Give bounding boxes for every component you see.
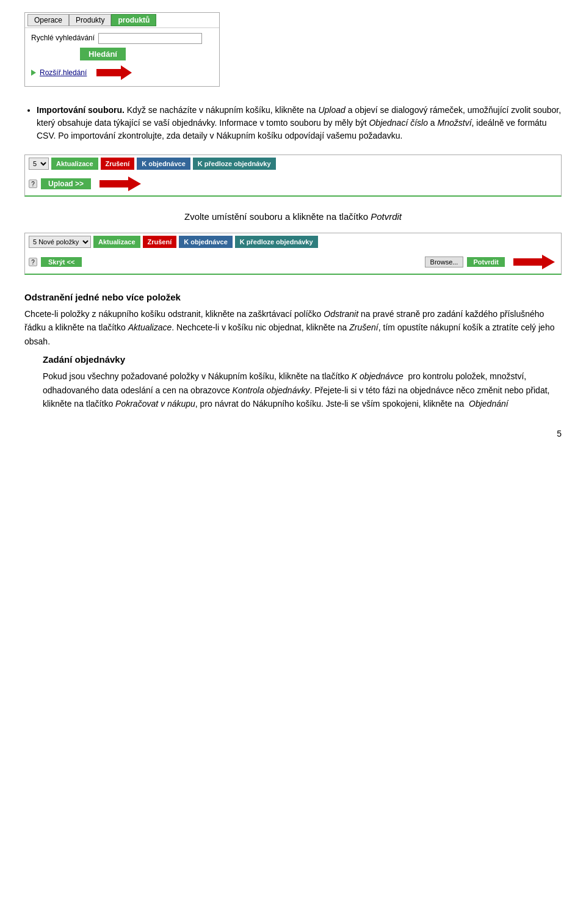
red-arrow-upload-icon	[95, 174, 143, 194]
question-icon[interactable]: ?	[29, 180, 37, 188]
nav-screenshot: Operace Produkty produktů Rychlé vyhledá…	[24, 12, 220, 87]
new-items-select[interactable]: 5	[29, 158, 49, 170]
odstraneni-section: Odstranění jedné nebo více položek Chcet…	[24, 292, 562, 348]
odstraneni-heading: Odstranění jedné nebo více položek	[24, 292, 562, 302]
question-icon-2[interactable]: ?	[29, 258, 37, 266]
rozsir-hledani-link[interactable]: Rozšíř.hledání	[40, 68, 87, 77]
k-predloze-button-1[interactable]: K předloze objednávky	[193, 158, 276, 170]
browse-button[interactable]: Browse...	[425, 256, 464, 267]
svg-marker-0	[96, 65, 132, 80]
k-objednavce-button-1[interactable]: K objednávce	[137, 158, 190, 170]
search-row: Rychlé vyhledávání	[31, 33, 213, 44]
zruseni-button-1[interactable]: Zrušení	[101, 158, 135, 170]
browse-row: ? Skrýt << Browse... Potvrdit	[25, 250, 561, 274]
k-predloze-button-2[interactable]: K předloze objednávky	[235, 236, 318, 248]
produkty-button[interactable]: Produkty	[69, 14, 111, 26]
red-arrow-icon	[90, 64, 133, 81]
k-objednavce-button-2[interactable]: K objednávce	[179, 236, 233, 248]
bullet-item: Importování souboru. Když se nacházíte v…	[37, 104, 562, 142]
zruseni-button-2[interactable]: Zrušení	[143, 236, 177, 248]
toolbar2-screenshot: 5 Nové položky Aktualizace Zrušení K obj…	[24, 233, 562, 275]
aktualizace-button-1[interactable]: Aktualizace	[51, 158, 98, 170]
skryt-button[interactable]: Skrýt <<	[41, 257, 82, 267]
aktualizace-button-2[interactable]: Aktualizace	[93, 236, 140, 248]
red-arrow-potvrdit-icon	[508, 252, 557, 272]
hledani-button[interactable]: Hledání	[80, 48, 126, 60]
svg-marker-2	[513, 255, 555, 269]
search-label: Rychlé vyhledávání	[31, 34, 95, 43]
search-input[interactable]	[98, 33, 202, 44]
expand-triangle-icon	[31, 70, 36, 76]
importovani-heading: Importování souboru.	[37, 105, 125, 115]
new-items-select-2[interactable]: 5 Nové položky	[29, 236, 91, 248]
page-number: 5	[24, 429, 562, 438]
upload-button[interactable]: Upload >>	[41, 178, 91, 189]
svg-marker-1	[99, 176, 141, 191]
produktu-button[interactable]: produktů	[111, 14, 156, 26]
search-area: Rychlé vyhledávání Hledání Rozšíř.hledán…	[25, 28, 219, 86]
toolbar1-row: 5 Aktualizace Zrušení K objednávce K pře…	[25, 155, 561, 172]
odstraneni-text: Chcete-li položky z nákupního košíku ods…	[24, 307, 562, 348]
upload-row: ? Upload >>	[25, 172, 561, 195]
potvrdit-button[interactable]: Potvrdit	[467, 257, 505, 267]
zadani-text: Pokud jsou všechny požadované položky v …	[43, 369, 562, 410]
toolbar1-screenshot: 5 Aktualizace Zrušení K objednávce K pře…	[24, 155, 562, 197]
zadani-section: Zadání objednávky Pokud jsou všechny pož…	[43, 354, 562, 410]
nav-bar: Operace Produkty produktů	[25, 13, 219, 28]
center-instruction-text: Zvolte umístění souboru a klikněte na tl…	[24, 211, 562, 222]
toolbar2-row: 5 Nové položky Aktualizace Zrušení K obj…	[25, 233, 561, 250]
zadani-heading: Zadání objednávky	[43, 354, 562, 365]
bullet-section: Importování souboru. Když se nacházíte v…	[24, 104, 562, 142]
operace-button[interactable]: Operace	[27, 14, 69, 26]
rozsir-row: Rozšíř.hledání	[31, 64, 213, 81]
